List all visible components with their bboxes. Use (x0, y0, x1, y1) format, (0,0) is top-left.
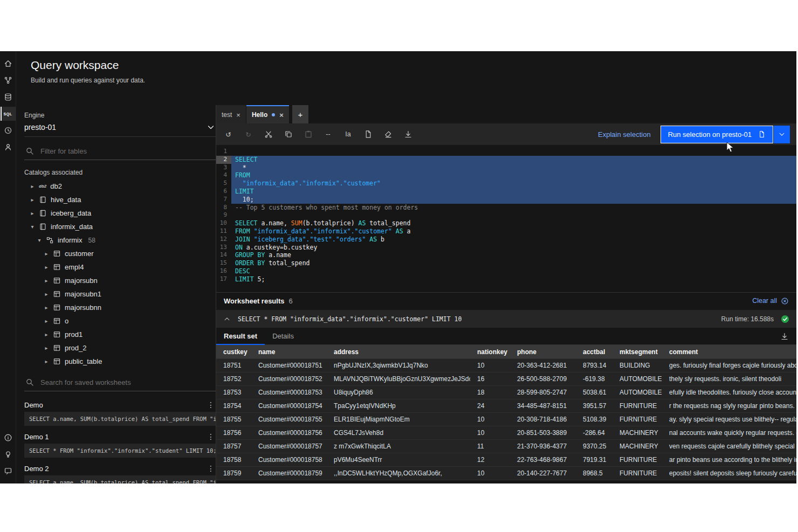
close-tab-icon[interactable]: × (236, 111, 240, 119)
run-options-button[interactable] (774, 126, 790, 143)
explain-selection-link[interactable]: Explain selection (598, 130, 651, 139)
run-split-button: Run selection on presto-01 (661, 126, 790, 143)
tree-item-majorsubnn[interactable]: ▸majorsubnn (24, 301, 216, 314)
worksheet-tab-Hello[interactable]: Hello× (246, 105, 289, 123)
comment-icon[interactable]: -- (318, 126, 338, 143)
idea-icon[interactable] (1, 447, 16, 461)
tab-details[interactable]: Details (265, 329, 301, 345)
tree-item-db2[interactable]: ▸db2db2 (24, 179, 216, 193)
filter-tables-input[interactable] (39, 147, 215, 156)
code-text: SELECT (231, 156, 796, 164)
clear-all-button[interactable]: Clear all (752, 297, 789, 305)
add-worksheet-button[interactable]: + (292, 105, 308, 123)
overflow-menu-icon[interactable]: ⋮ (205, 400, 216, 409)
result-query-row[interactable]: SELECT * FROM "informix_data"."informix"… (216, 310, 796, 328)
line-number: 7 (216, 196, 231, 204)
save-icon[interactable] (398, 126, 418, 143)
table-row: 18754Customer#000018754TpaCyy1etqIVNdKHp… (216, 399, 796, 413)
caret-icon[interactable]: ▸ (44, 264, 49, 270)
caret-icon[interactable]: ▾ (30, 224, 35, 230)
caret-icon[interactable]: ▸ (44, 278, 49, 284)
line-number: 2 (216, 156, 231, 164)
worksheet-name-row[interactable]: Demo 1⋮ (24, 430, 216, 444)
table-row: 18757Customer#000018757z m7xGwkThiqcitLA… (216, 440, 796, 453)
tree-item-iceberg_data[interactable]: ▸iceberg_data (24, 206, 216, 220)
editor-line: 9 (216, 211, 796, 219)
worksheet-item: Demo⋮SELECT a.name, SUM(b.totalprice) AS… (24, 398, 216, 426)
worksheet-snippet[interactable]: SELECT * FROM "informix"."informix"."stu… (24, 444, 216, 458)
tree-item-majorsubn1[interactable]: ▸majorsubn1 (24, 287, 216, 301)
tree-item-label: customer (65, 250, 93, 258)
overflow-menu-icon[interactable]: ⋮ (205, 432, 216, 441)
run-selection-button[interactable]: Run selection on presto-01 (661, 126, 773, 143)
code-text: LIMIT 5; (231, 275, 796, 284)
tree-item-public_table[interactable]: ▸public_table (24, 355, 216, 368)
caret-icon[interactable]: ▸ (44, 318, 49, 324)
download-results-icon[interactable] (780, 332, 789, 341)
toolbar-right: Explain selection Run selection on prest… (598, 126, 790, 143)
format-icon[interactable]: Ia (338, 126, 358, 143)
worksheet-name-row[interactable]: Demo⋮ (24, 398, 216, 412)
search-icon (25, 147, 34, 155)
caret-icon[interactable]: ▸ (44, 358, 49, 364)
caret-icon[interactable]: ▸ (30, 210, 35, 216)
line-number: 6 (216, 188, 231, 196)
projects-icon[interactable] (1, 73, 16, 87)
info-icon[interactable] (1, 431, 16, 445)
tree-item-hive_data[interactable]: ▸hive_data (24, 193, 216, 206)
tab-result-set[interactable]: Result set (216, 329, 265, 345)
cell-nationkey: 18 (470, 389, 510, 396)
editor-line: 16DESC (216, 267, 796, 275)
caret-icon[interactable]: ▸ (44, 291, 49, 297)
home-icon[interactable] (1, 57, 16, 71)
tree-item-majorsubn[interactable]: ▸majorsubn (24, 274, 216, 287)
caret-icon[interactable]: ▸ (44, 331, 49, 337)
catalog-icon (39, 223, 47, 231)
data-manager-icon[interactable] (1, 90, 16, 104)
worksheet-tab-test[interactable]: test× (216, 105, 246, 123)
worksheet-name-row[interactable]: Demo 2⋮ (24, 461, 216, 475)
engine-selector[interactable]: presto-01 (24, 119, 216, 137)
cell-comment: ges. furiously final forges cajole furio… (662, 362, 796, 369)
worksheet-snippet[interactable]: SELECT a.name, SUM(b.totalprice) AS tota… (24, 475, 216, 483)
tree-item-o[interactable]: ▸o (24, 314, 216, 328)
overflow-menu-icon[interactable]: ⋮ (205, 464, 216, 473)
worksheet-snippet[interactable]: SELECT a.name, SUM(b.totalprice) AS tota… (24, 412, 216, 426)
tree-item-empl4[interactable]: ▸empl4 (24, 260, 216, 274)
query-workspace-icon[interactable]: SQL (1, 107, 16, 121)
editor-line: 1 (216, 148, 796, 156)
tree-item-informix[interactable]: ▾informix58 (24, 233, 216, 247)
tree-item-customer[interactable]: ▸customer (24, 247, 216, 260)
feedback-icon[interactable] (1, 464, 16, 478)
sql-editor[interactable]: 12SELECT3 *4FROM5 "informix_data"."infor… (216, 145, 796, 292)
copy-icon[interactable] (278, 126, 298, 143)
export-icon[interactable] (358, 126, 378, 143)
tree-item-label: db2 (50, 182, 62, 190)
cell-acctbal: -619.38 (576, 375, 613, 383)
erase-icon[interactable] (378, 126, 398, 143)
code-text: * (231, 164, 796, 172)
saved-worksheets-list: Demo⋮SELECT a.name, SUM(b.totalprice) AS… (24, 398, 216, 483)
tree-item-prod1[interactable]: ▸prod1 (24, 328, 216, 341)
undo-icon[interactable]: ↺ (218, 126, 238, 143)
caret-icon[interactable]: ▾ (37, 237, 42, 243)
tree-item-prod_2[interactable]: ▸prod_2 (24, 341, 216, 355)
worksheet-name: Demo (24, 401, 43, 409)
access-control-icon[interactable] (1, 140, 16, 154)
caret-icon[interactable]: ▸ (44, 251, 49, 257)
caret-icon[interactable]: ▸ (44, 305, 49, 310)
cut-icon[interactable] (258, 126, 278, 143)
cell-acctbal: 5038.61 (576, 389, 613, 396)
caret-icon[interactable]: ▸ (30, 183, 35, 189)
close-tab-icon[interactable]: × (279, 111, 284, 119)
tree-item-informix_data[interactable]: ▾informix_data (24, 220, 216, 233)
saved-worksheets-search-input[interactable] (39, 378, 215, 387)
editor-line: 5 "informix_data"."informix"."customer" (216, 179, 796, 188)
caret-icon[interactable]: ▸ (30, 197, 35, 203)
caret-icon[interactable]: ▸ (44, 345, 49, 351)
query-history-icon[interactable] (1, 123, 16, 137)
line-number: 11 (216, 227, 231, 236)
cell-address: MLAVNJQBiTWKyluBBjoGznU3XgwmezJeJSdcG (327, 375, 470, 383)
cell-comment: nal accounts wake quickly regular reques… (662, 429, 796, 437)
cell-comment: thely sly requests. ironic, silent theod… (662, 375, 796, 383)
